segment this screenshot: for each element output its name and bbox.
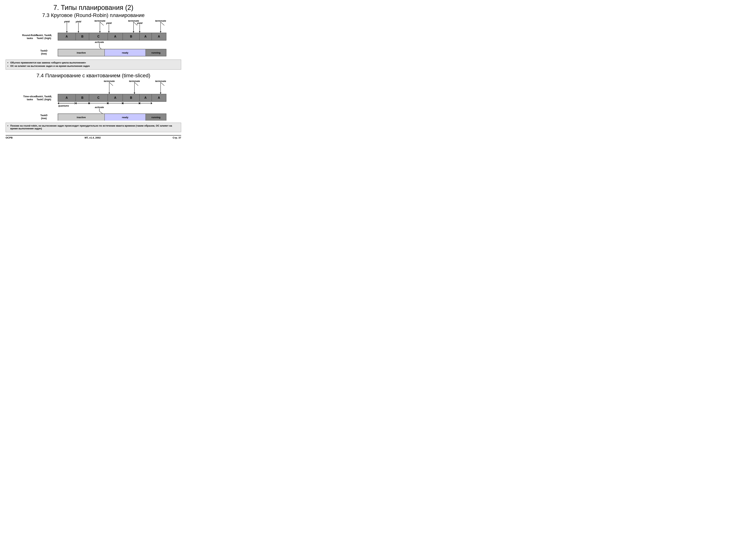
svg-text:inactive: inactive bbox=[77, 51, 86, 54]
svg-marker-92 bbox=[75, 103, 76, 104]
svg-text:yield: yield bbox=[75, 20, 81, 23]
svg-text:TaskA, TaskB,: TaskA, TaskB, bbox=[36, 95, 52, 98]
svg-text:A: A bbox=[114, 96, 117, 99]
svg-text:B: B bbox=[81, 96, 83, 99]
svg-text:A: A bbox=[158, 35, 160, 38]
svg-marker-15 bbox=[133, 31, 134, 33]
svg-marker-66 bbox=[160, 92, 161, 94]
svg-text:tasks: tasks bbox=[27, 37, 33, 39]
svg-text:tasks: tasks bbox=[27, 98, 33, 101]
svg-marker-58 bbox=[108, 92, 110, 94]
svg-text:terminate: terminate bbox=[104, 80, 115, 82]
svg-line-9 bbox=[100, 22, 104, 25]
svg-marker-2 bbox=[66, 31, 68, 33]
svg-text:activate: activate bbox=[95, 106, 104, 109]
svg-text:terminate: terminate bbox=[155, 80, 166, 82]
footer-left: ОСРВ bbox=[6, 136, 13, 139]
svg-text:B: B bbox=[81, 35, 83, 38]
svg-marker-19 bbox=[139, 31, 140, 33]
svg-text:ready: ready bbox=[122, 51, 128, 54]
svg-text:TaskA, TaskB,: TaskA, TaskB, bbox=[36, 34, 52, 36]
section2-title: 7.4 Планирование с квантованием (time-sl… bbox=[6, 73, 181, 79]
page-title: 7. Типы планирования (2) bbox=[6, 4, 181, 11]
svg-text:A: A bbox=[66, 96, 68, 99]
svg-text:Round-Robin: Round-Robin bbox=[22, 34, 37, 36]
svg-text:terminate: terminate bbox=[155, 20, 166, 22]
svg-text:A: A bbox=[144, 96, 147, 99]
svg-marker-62 bbox=[134, 92, 135, 94]
svg-text:yield: yield bbox=[64, 20, 70, 23]
svg-marker-8 bbox=[99, 31, 101, 33]
ts-diagram: terminate terminate terminate A B C A bbox=[6, 80, 181, 121]
svg-marker-113 bbox=[151, 103, 152, 104]
svg-marker-84 bbox=[57, 103, 59, 104]
svg-text:activate: activate bbox=[95, 41, 104, 44]
svg-text:TaskC (high): TaskC (high) bbox=[36, 37, 51, 39]
svg-text:C: C bbox=[97, 35, 100, 38]
svg-text:terminate: terminate bbox=[129, 80, 140, 82]
svg-text:yield: yield bbox=[137, 22, 143, 24]
svg-text:(low): (low) bbox=[41, 52, 47, 55]
rr-diagram: yield yield terminate yield terminate y bbox=[6, 20, 181, 58]
svg-text:A: A bbox=[158, 96, 160, 99]
svg-text:B: B bbox=[130, 96, 132, 99]
svg-text:TaskD: TaskD bbox=[40, 49, 47, 52]
section1-title: 7.3 Круговое (Round-Robin) планирование bbox=[6, 12, 181, 18]
svg-text:A: A bbox=[66, 35, 68, 38]
section2-bullets: Похоже на round-robin, но вытеснение зад… bbox=[6, 123, 181, 132]
svg-text:inactive: inactive bbox=[77, 116, 86, 119]
footer: ОСРВ МТ, v1.4, 2002 Стр. 37 bbox=[6, 135, 181, 139]
svg-marker-5 bbox=[78, 31, 79, 33]
section1-bullets: Обычно применяется как замена «общего ци… bbox=[6, 59, 181, 70]
svg-text:B: B bbox=[130, 35, 132, 38]
svg-line-67 bbox=[161, 82, 164, 86]
svg-text:yield: yield bbox=[106, 22, 112, 24]
svg-marker-22 bbox=[160, 31, 161, 33]
footer-right: Стр. 37 bbox=[173, 136, 181, 139]
svg-text:C: C bbox=[97, 96, 100, 99]
svg-text:A: A bbox=[144, 35, 147, 38]
svg-text:ready: ready bbox=[122, 116, 128, 119]
svg-text:TaskC (high): TaskC (high) bbox=[36, 98, 51, 101]
svg-line-63 bbox=[134, 82, 138, 86]
svg-text:Time-sliced: Time-sliced bbox=[23, 95, 36, 98]
svg-text:TaskD: TaskD bbox=[40, 114, 47, 117]
svg-text:terminate: terminate bbox=[95, 20, 105, 22]
svg-line-23 bbox=[161, 22, 164, 25]
footer-center: МТ, v1.4, 2002 bbox=[85, 136, 101, 139]
svg-text:(low): (low) bbox=[41, 117, 47, 119]
svg-text:running: running bbox=[151, 51, 160, 54]
svg-marker-12 bbox=[108, 31, 110, 33]
svg-text:quantums: quantums bbox=[58, 105, 69, 107]
svg-text:running: running bbox=[151, 116, 160, 119]
svg-text:A: A bbox=[114, 35, 117, 38]
svg-line-59 bbox=[109, 82, 113, 86]
svg-line-16 bbox=[133, 22, 137, 25]
